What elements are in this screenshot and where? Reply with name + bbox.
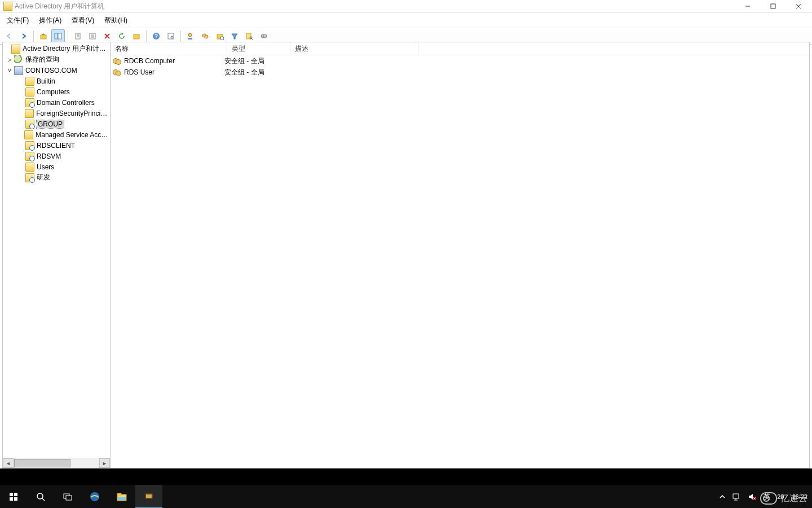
start-button[interactable] xyxy=(0,485,27,508)
tree-node-yanfa[interactable]: 研发 xyxy=(3,172,110,183)
up-button[interactable] xyxy=(37,29,50,43)
svg-rect-1 xyxy=(771,4,775,8)
tree-node-dc[interactable]: Domain Controllers xyxy=(3,97,110,108)
scroll-right-icon[interactable]: ► xyxy=(99,458,110,468)
app-icon xyxy=(3,2,12,11)
col-desc[interactable]: 描述 xyxy=(290,42,418,55)
filter-icon[interactable] xyxy=(228,29,241,43)
tree[interactable]: Active Directory 用户和计算机 > 保存的查询 ∨ CONTOS… xyxy=(3,42,110,458)
help-button[interactable]: ? xyxy=(149,29,163,43)
properties-button[interactable] xyxy=(86,29,99,43)
col-name[interactable]: 名称 xyxy=(111,42,227,55)
menu-bar: 文件(F) 操作(A) 查看(V) 帮助(H) xyxy=(0,13,812,28)
svg-line-37 xyxy=(42,498,45,501)
tree-node-computers[interactable]: Computers xyxy=(3,86,110,97)
svg-text:?: ? xyxy=(155,33,158,40)
list-item[interactable]: RDS User安全组 - 全局 xyxy=(111,67,809,78)
tree-node-users[interactable]: Users xyxy=(3,161,110,172)
clock[interactable]: 16:22 xyxy=(787,493,812,501)
ou-icon xyxy=(25,152,34,161)
show-hide-tree-button[interactable] xyxy=(51,29,65,43)
close-button[interactable] xyxy=(785,0,811,12)
svg-point-36 xyxy=(37,493,43,499)
collapse-icon[interactable]: ∨ xyxy=(5,67,14,74)
back-button[interactable] xyxy=(2,29,16,43)
scroll-thumb[interactable] xyxy=(14,459,70,467)
explorer-icon[interactable] xyxy=(108,485,135,508)
tree-label: Active Directory 用户和计算机 xyxy=(23,44,109,54)
title-bar: Active Directory 用户和计算机 xyxy=(0,0,812,13)
refresh-button[interactable] xyxy=(115,29,129,43)
folder-icon xyxy=(25,163,34,172)
menu-action[interactable]: 操作(A) xyxy=(34,15,66,27)
svg-rect-4 xyxy=(41,35,46,39)
add-to-group-icon[interactable] xyxy=(257,29,271,43)
list-item[interactable]: RDCB Computer安全组 - 全局 xyxy=(111,55,809,67)
ou-icon xyxy=(25,141,34,150)
menu-file[interactable]: 文件(F) xyxy=(2,15,33,27)
volume-icon[interactable] xyxy=(744,485,760,508)
expand-icon[interactable]: > xyxy=(5,56,14,63)
search-button[interactable] xyxy=(27,485,54,508)
tree-node-rdsclient[interactable]: RDSCLIENT xyxy=(3,140,110,151)
tree-label: 研发 xyxy=(37,173,50,182)
list-body[interactable]: RDCB Computer安全组 - 全局RDS User安全组 - 全局 xyxy=(111,55,809,468)
tree-h-scrollbar[interactable]: ◄ ► xyxy=(3,458,110,468)
tree-label: GROUP xyxy=(37,120,64,128)
taskview-button[interactable] xyxy=(54,485,81,508)
menu-help[interactable]: 帮助(H) xyxy=(100,15,132,27)
minimize-button[interactable] xyxy=(735,0,760,12)
tree-node-rdsvm[interactable]: RDSVM xyxy=(3,151,110,161)
svg-line-29 xyxy=(251,38,253,40)
tree-domain[interactable]: ∨ CONTOSO.COM xyxy=(3,65,110,76)
find-button[interactable] xyxy=(164,29,178,43)
new-user-icon[interactable] xyxy=(184,29,197,43)
tree-label: Domain Controllers xyxy=(37,99,95,107)
ie-icon[interactable] xyxy=(81,485,108,508)
maximize-button[interactable] xyxy=(760,0,785,12)
tree-label: Users xyxy=(37,163,54,171)
search-icon[interactable] xyxy=(242,29,256,43)
folder-icon xyxy=(24,130,33,139)
col-type[interactable]: 类型 xyxy=(227,42,290,55)
folder-icon xyxy=(25,87,34,97)
tree-node-fsp[interactable]: ForeignSecurityPrincipals xyxy=(3,108,110,119)
tree-root[interactable]: Active Directory 用户和计算机 xyxy=(3,43,110,54)
scroll-left-icon[interactable]: ◄ xyxy=(3,458,14,468)
svg-rect-45 xyxy=(146,494,152,498)
tree-node-msa[interactable]: Managed Service Accounts xyxy=(3,129,110,140)
tray-overflow-icon[interactable] xyxy=(716,485,729,508)
cell-type: 安全组 - 全局 xyxy=(224,68,264,77)
new-ou-icon[interactable] xyxy=(213,29,227,43)
ou-icon xyxy=(25,120,34,129)
ou-icon xyxy=(25,98,34,107)
menu-view[interactable]: 查看(V) xyxy=(67,15,99,27)
svg-rect-33 xyxy=(14,493,17,496)
export-button[interactable] xyxy=(130,29,143,43)
tree-saved-queries[interactable]: > 保存的查询 xyxy=(3,54,110,65)
delete-button[interactable] xyxy=(100,29,114,43)
tree-label: Managed Service Accounts xyxy=(36,131,109,139)
ime-indicator-2[interactable]: 20 xyxy=(774,485,787,508)
svg-rect-42 xyxy=(117,493,121,495)
tree-node-group[interactable]: GROUP xyxy=(3,119,110,129)
system-tray: 英 20 16:22 xyxy=(716,485,812,508)
svg-rect-35 xyxy=(14,497,17,501)
svg-point-22 xyxy=(188,33,192,37)
server-manager-icon[interactable] xyxy=(135,485,162,508)
group-icon xyxy=(113,68,122,77)
group-icon xyxy=(113,56,122,65)
folder-icon xyxy=(25,109,34,118)
forward-button[interactable] xyxy=(17,29,30,43)
new-group-icon[interactable] xyxy=(198,29,212,43)
folder-icon xyxy=(14,55,23,64)
network-icon[interactable] xyxy=(729,485,744,508)
cut-button[interactable] xyxy=(71,29,85,43)
tree-node-builtin[interactable]: Builtin xyxy=(3,76,110,86)
black-strip xyxy=(0,468,812,485)
ime-indicator[interactable]: 英 xyxy=(760,485,774,508)
svg-rect-32 xyxy=(10,493,13,496)
tree-label: ForeignSecurityPrincipals xyxy=(36,110,109,117)
workspace: Active Directory 用户和计算机 > 保存的查询 ∨ CONTOS… xyxy=(2,42,810,468)
svg-rect-17 xyxy=(134,34,139,39)
